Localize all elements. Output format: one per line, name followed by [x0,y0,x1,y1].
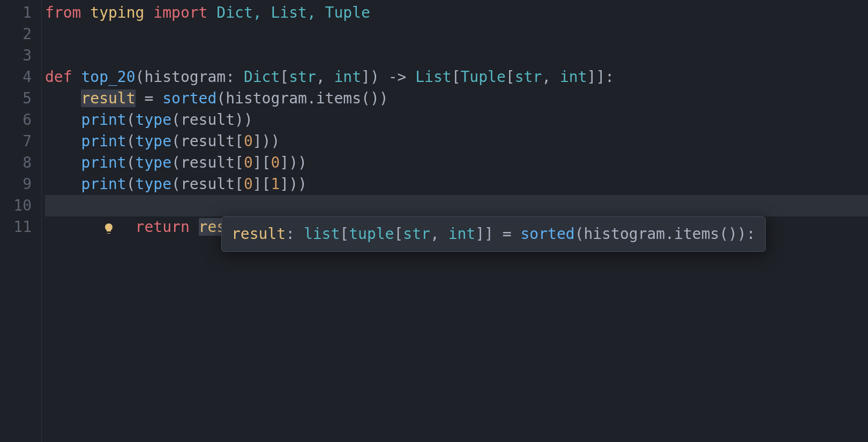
code-editor[interactable]: 1 2 3 4 5 6 7 8 9 10 11 from typing impo… [0,0,868,442]
builtin-type: type [136,111,171,129]
builtin-print: print [81,111,126,129]
code-line-active[interactable]: return result[:21] [45,195,868,216]
tooltip-identifier: result [231,225,286,243]
code-line[interactable] [45,24,868,45]
code-line[interactable]: print(type(result[0][1])) [45,174,868,195]
code-line[interactable]: result = sorted(histogram.items()) [45,88,868,109]
keyword-from: from [45,4,81,21]
code-line[interactable]: from typing import Dict, List, Tuple [45,2,868,24]
line-number: 4 [0,66,41,88]
typing-names: Dict, List, Tuple [216,4,370,21]
line-number: 2 [0,24,41,45]
code-line[interactable]: print(type(result)) [45,109,868,131]
lightbulb-icon[interactable] [30,198,43,211]
keyword-import: import [153,4,207,21]
line-number: 3 [0,45,41,66]
code-line[interactable] [45,45,868,66]
identifier-result: result [81,89,135,107]
line-number: 6 [0,109,41,131]
code-line[interactable]: print(type(result[0])) [45,131,868,152]
line-number: 8 [0,152,41,174]
code-area[interactable]: from typing import Dict, List, Tuple def… [42,0,868,442]
line-number: 1 [0,2,41,24]
line-number: 5 [0,88,41,109]
signature: (histogram: [136,68,244,86]
keyword-def: def [45,68,72,86]
hover-tooltip: result: list[tuple[str, int]] = sorted(h… [221,216,766,252]
code-line[interactable]: print(type(result[0][0])) [45,152,868,174]
builtin-sorted: sorted [162,89,216,107]
function-name: top_20 [81,68,135,86]
code-line[interactable]: def top_20(histogram: Dict[str, int]) ->… [45,66,868,88]
line-number: 9 [0,174,41,195]
module-typing: typing [90,4,144,21]
line-number: 7 [0,131,41,152]
